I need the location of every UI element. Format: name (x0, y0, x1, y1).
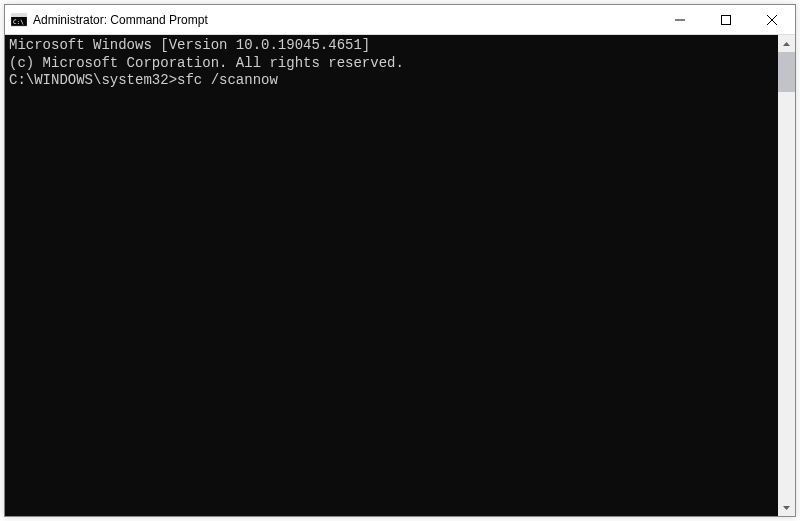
svg-rect-4 (722, 15, 731, 24)
copyright-line: (c) Microsoft Corporation. All rights re… (9, 55, 774, 73)
maximize-button[interactable] (703, 5, 749, 34)
window-controls (657, 5, 795, 34)
svg-marker-8 (783, 506, 790, 510)
scrollbar-track[interactable] (778, 52, 795, 499)
svg-rect-1 (11, 14, 27, 17)
prompt-line: C:\WINDOWS\system32>sfc /scannow (9, 72, 774, 90)
version-line: Microsoft Windows [Version 10.0.19045.46… (9, 37, 774, 55)
svg-marker-7 (783, 42, 790, 46)
scroll-up-button[interactable] (778, 35, 795, 52)
titlebar[interactable]: C:\ Administrator: Command Prompt (5, 5, 795, 35)
terminal-output[interactable]: Microsoft Windows [Version 10.0.19045.46… (5, 35, 778, 516)
command-prompt-window: C:\ Administrator: Command Prompt (4, 4, 796, 517)
typed-command: sfc /scannow (177, 72, 278, 90)
close-button[interactable] (749, 5, 795, 34)
minimize-button[interactable] (657, 5, 703, 34)
scroll-down-button[interactable] (778, 499, 795, 516)
cmd-icon: C:\ (11, 12, 27, 28)
window-title: Administrator: Command Prompt (33, 13, 657, 27)
vertical-scrollbar[interactable] (778, 35, 795, 516)
svg-text:C:\: C:\ (13, 18, 24, 25)
content-area: Microsoft Windows [Version 10.0.19045.46… (5, 35, 795, 516)
scrollbar-thumb[interactable] (778, 52, 795, 92)
prompt-path: C:\WINDOWS\system32> (9, 72, 177, 90)
